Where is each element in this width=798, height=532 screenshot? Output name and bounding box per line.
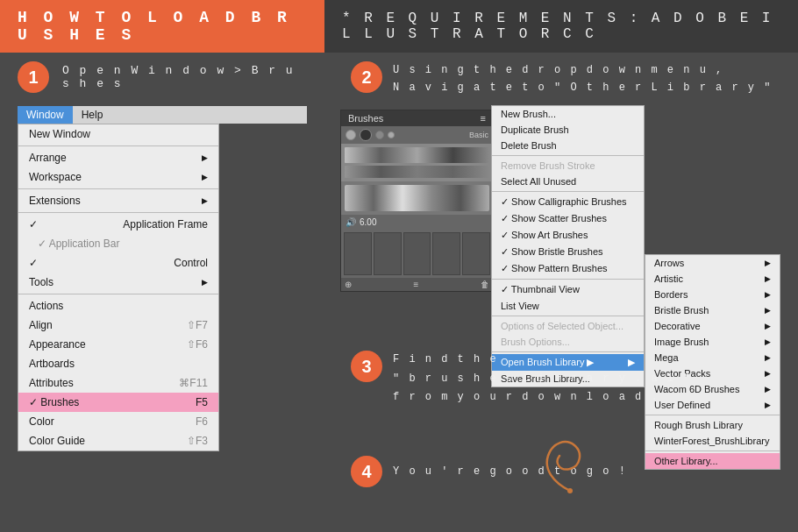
brushes-strokes-area <box>341 144 493 181</box>
sep4 <box>18 294 218 294</box>
left-panel: 1 O p e n W i n d o w > B r u s h e s Wi… <box>0 48 324 465</box>
ctx-show-calligraphic[interactable]: ✓ Show Calligraphic Brushes <box>492 194 644 210</box>
ctx-sep2 <box>492 191 644 192</box>
ctx-sep4 <box>492 316 644 316</box>
menu-align[interactable]: Align⇧F7 <box>18 316 218 335</box>
menu-new-window[interactable]: New Window <box>18 124 218 144</box>
sub-borders[interactable]: Borders <box>645 287 780 302</box>
menu-appearance[interactable]: Appearance⇧F6 <box>18 335 218 354</box>
ctx-remove-stroke: Remove Brush Stroke <box>492 158 644 174</box>
ctx-show-pattern[interactable]: ✓ Show Pattern Brushes <box>492 260 644 277</box>
header-left: H O W T O L O A D B R U S H E S <box>0 0 324 53</box>
sub-bristle-brush[interactable]: Bristle Brush <box>645 302 780 318</box>
svg-point-0 <box>567 488 573 493</box>
ctx-sep3 <box>492 279 644 280</box>
brushes-toolbar: Basic <box>341 126 493 144</box>
sub-artistic[interactable]: Artistic <box>645 271 780 287</box>
brushes-panel-label: Basic <box>469 131 488 139</box>
context-menu: New Brush... Duplicate Brush Delete Brus… <box>491 105 645 387</box>
brush-tool-3[interactable] <box>375 131 384 139</box>
sub-other-library[interactable]: Other Library... <box>645 453 780 469</box>
speaker-icon: 🔊 <box>346 217 356 227</box>
sub-decorative[interactable]: Decorative <box>645 318 780 334</box>
menu-control[interactable]: Control <box>18 253 218 273</box>
ctx-list-view[interactable]: List View <box>492 298 644 314</box>
header-title: H O W T O L O A D B R U S H E S <box>18 9 290 44</box>
ctx-show-scatter[interactable]: ✓ Show Scatter Brushes <box>492 210 644 227</box>
size-value: 6.00 <box>360 217 376 227</box>
step3-area: 3 F i n d t h e " b r u s h e s l i b r … <box>338 346 704 412</box>
brushes-large-stroke-area <box>341 181 493 215</box>
ctx-sep1 <box>492 155 644 156</box>
sub-arrows[interactable]: Arrows <box>645 255 780 271</box>
window-dropdown: New Window Arrange Workspace Extensions … <box>18 124 219 451</box>
brushes-thumb-area <box>341 230 493 278</box>
sub-sep2 <box>645 450 780 451</box>
sep2 <box>18 188 218 189</box>
step3-circle: 3 <box>351 351 382 382</box>
ctx-show-bristle[interactable]: ✓ Show Bristle Brushes <box>492 244 644 260</box>
step3-line3: f r o m y o u r d o w n l o a d . <box>393 388 691 408</box>
header: H O W T O L O A D B R U S H E S * R E Q … <box>0 0 798 53</box>
step3-line1: F i n d t h e <box>393 351 691 370</box>
brushes-footer: ⊕ ≡ 🗑 <box>341 278 493 291</box>
menu-color-guide[interactable]: Color Guide⇧F3 <box>18 431 218 450</box>
sep3 <box>18 212 218 213</box>
step1-row: 1 O p e n W i n d o w > B r u s h e s <box>18 61 307 93</box>
ctx-options-selected: Options of Selected Object... <box>492 318 644 334</box>
menu-workspace[interactable]: Workspace <box>18 167 218 187</box>
sub-sep1 <box>645 415 780 415</box>
brushes-panel-container: Brushes ≡ Basic 🔊 6.00 <box>340 110 494 292</box>
ctx-thumbnail-view[interactable]: ✓ Thumbnail View <box>492 281 644 298</box>
thumb-4 <box>432 232 460 275</box>
menu-app-frame[interactable]: Application Frame <box>18 215 218 234</box>
menu-artboards[interactable]: Artboards <box>18 354 218 373</box>
brushes-titlebar: Brushes ≡ <box>341 110 493 126</box>
brushes-controls: ≡ <box>481 113 486 124</box>
brush-tool-2[interactable] <box>360 129 372 141</box>
ctx-select-unused[interactable]: Select All Unused <box>492 174 644 189</box>
menu-extensions[interactable]: Extensions <box>18 191 218 210</box>
ctx-new-brush[interactable]: New Brush... <box>492 106 644 122</box>
swirl-svg <box>526 421 614 508</box>
menu-brushes[interactable]: ✓ BrushesF5 <box>18 393 218 412</box>
sub-winter[interactable]: WinterForest_BrushLibrary <box>645 433 780 449</box>
step3-line2: " b r u s h e s l i b r a r y . a i " <box>393 370 691 389</box>
ctx-show-art[interactable]: ✓ Show Art Brushes <box>492 227 644 244</box>
brushes-size-row: 🔊 6.00 <box>341 215 493 230</box>
menu-attributes[interactable]: Attributes⌘F11 <box>18 373 218 393</box>
step2-line1: U s i n g t h e d r o p d o w n m e n u … <box>393 61 772 79</box>
thumb-2 <box>374 232 402 275</box>
menu-color[interactable]: ColorF6 <box>18 412 218 431</box>
brush-tool-4[interactable] <box>388 131 395 138</box>
brushes-panel: Brushes ≡ Basic 🔊 6.00 <box>340 110 494 292</box>
brushes-title: Brushes <box>348 113 383 124</box>
sep1 <box>18 145 218 146</box>
sub-rough[interactable]: Rough Brush Library <box>645 417 780 433</box>
ctx-delete-brush[interactable]: Delete Brush <box>492 138 644 153</box>
footer-icon-3: 🗑 <box>481 280 489 289</box>
header-right: * R E Q U I R E M E N T S : A D O B E I … <box>324 0 798 53</box>
menu-actions[interactable]: Actions <box>18 296 218 316</box>
brush-stroke-2 <box>345 166 489 178</box>
footer-icon-1: ⊕ <box>345 280 352 289</box>
help-menu-item[interactable]: Help <box>73 106 112 124</box>
step2-circle: 2 <box>351 61 382 93</box>
thumb-1 <box>344 232 372 275</box>
step2-line2: N a v i g a t e t o " O t h e r L i b r … <box>393 79 772 96</box>
thumb-5 <box>462 232 490 275</box>
ctx-duplicate-brush[interactable]: Duplicate Brush <box>492 122 644 138</box>
step2-area: 2 U s i n g t h e d r o p d o w n m e n … <box>338 53 785 106</box>
step4-circle: 4 <box>351 456 382 487</box>
footer-icon-2: ≡ <box>414 280 419 289</box>
menu-app-bar[interactable]: ✓ Application Bar <box>18 234 218 253</box>
window-menu-item[interactable]: Window <box>18 106 73 124</box>
brush-stroke-1 <box>345 147 489 163</box>
menu-arrange[interactable]: Arrange <box>18 148 218 167</box>
thumb-3 <box>403 232 431 275</box>
brushes-thumb-grid <box>344 232 490 275</box>
swirl-decoration <box>526 421 614 512</box>
menu-bar: Window Help <box>18 106 307 124</box>
menu-tools[interactable]: Tools <box>18 273 218 292</box>
brush-tool-1[interactable] <box>346 130 356 140</box>
